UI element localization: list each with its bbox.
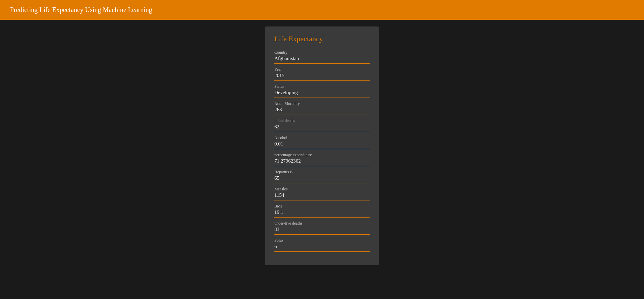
field-label-5: Alcohol (274, 135, 370, 140)
field-value-5: 0.01 (274, 141, 370, 149)
field-label-11: Polio (274, 238, 370, 243)
field-label-0: Country (274, 50, 370, 55)
field-value-4: 62 (274, 124, 370, 132)
field-group-9: BMI19.1 (274, 204, 370, 218)
field-label-10: under-five deaths (274, 221, 370, 226)
field-value-1: 2015 (274, 73, 370, 81)
field-value-3: 263 (274, 107, 370, 115)
field-label-1: Year (274, 67, 370, 72)
field-value-2: Developing (274, 90, 370, 98)
field-group-1: Year2015 (274, 67, 370, 81)
main-content: Life Expectancy CountryAfghanistanYear20… (0, 20, 644, 272)
field-group-8: Measles1154 (274, 187, 370, 200)
field-group-0: CountryAfghanistan (274, 50, 370, 64)
field-group-2: StatusDeveloping (274, 84, 370, 98)
field-value-0: Afghanistan (274, 56, 370, 64)
field-label-9: BMI (274, 204, 370, 209)
app-title: Predicting Life Expectancy Using Machine… (10, 6, 634, 14)
field-label-3: Adult Mortality (274, 101, 370, 106)
field-value-7: 65 (274, 175, 370, 183)
field-label-6: percentage expenditure (274, 153, 370, 158)
field-label-2: Status (274, 84, 370, 89)
field-group-3: Adult Mortality263 (274, 101, 370, 115)
field-group-10: under-five deaths83 (274, 221, 370, 235)
field-label-7: Hepatitis B (274, 170, 370, 175)
life-expectancy-card: Life Expectancy CountryAfghanistanYear20… (265, 26, 379, 265)
field-group-5: Alcohol0.01 (274, 135, 370, 149)
field-value-6: 71.27962362 (274, 158, 370, 166)
field-value-11: 6 (274, 244, 370, 252)
field-label-8: Measles (274, 187, 370, 192)
field-group-6: percentage expenditure71.27962362 (274, 153, 370, 166)
field-value-8: 1154 (274, 192, 370, 200)
field-group-7: Hepatitis B65 (274, 170, 370, 183)
field-label-4: infant deaths (274, 118, 370, 123)
field-value-10: 83 (274, 227, 370, 235)
card-title: Life Expectancy (274, 35, 370, 43)
field-group-4: infant deaths62 (274, 118, 370, 132)
field-group-11: Polio6 (274, 238, 370, 252)
field-value-9: 19.1 (274, 210, 370, 218)
fields-container: CountryAfghanistanYear2015StatusDevelopi… (274, 50, 370, 252)
app-header: Predicting Life Expectancy Using Machine… (0, 0, 644, 20)
